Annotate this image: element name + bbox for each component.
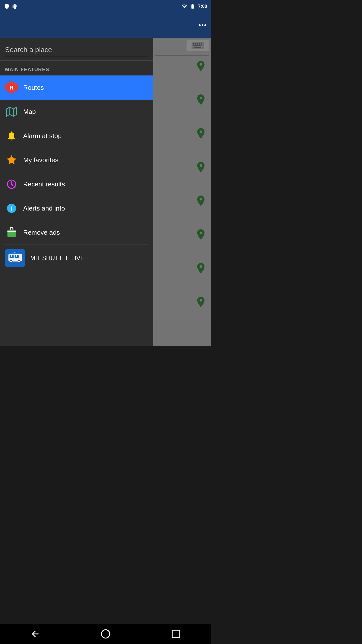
map-pin-row-6 [155,228,209,241]
svg-rect-26 [201,43,202,45]
svg-rect-27 [193,45,195,46]
map-pin-7 [195,262,207,274]
recent-results-label: Recent results [23,180,65,188]
map-pin-row-2 [155,93,209,106]
svg-rect-31 [194,47,201,48]
main-features-header: MAIN FEATURES [0,61,153,75]
svg-rect-25 [199,43,200,45]
svg-rect-29 [197,45,199,46]
routes-label: Routes [23,84,44,92]
signal-icon [182,4,187,9]
sidebar-drawer: MAIN FEATURES R Routes Map [0,38,153,346]
star-icon [5,153,18,167]
svg-rect-30 [199,45,201,46]
svg-rect-24 [197,43,198,45]
svg-marker-5 [7,155,16,164]
map-pin-1 [195,60,207,72]
remove-ads-label: Remove ads [23,229,60,236]
sidebar-item-alerts-and-info[interactable]: i Alerts and info [0,196,153,220]
my-favorites-label: My favorites [23,156,58,164]
status-bar-left [4,4,18,9]
alerts-and-info-label: Alerts and info [23,205,65,212]
map-pin-row-5 [155,194,209,207]
sidebar-item-mit-shuttle-live[interactable]: MIT MIT SHUTTLE LIVE [0,245,153,271]
sidebar-item-my-favorites[interactable]: My favorites [0,148,153,172]
map-label: Map [23,108,36,116]
sidebar-item-alarm-at-stop[interactable]: Alarm at stop [0,124,153,148]
svg-point-14 [11,255,12,257]
svg-point-19 [18,261,20,262]
map-pin-6 [195,228,207,241]
svg-text:MIT: MIT [14,252,17,254]
shuttle-icon: MIT [5,249,25,267]
sidebar-item-routes[interactable]: R Routes [0,75,153,100]
more-menu-button[interactable] [198,23,207,27]
android-icon [12,4,18,9]
map-background-panel [153,38,211,346]
svg-text:R: R [10,85,14,91]
map-pin-3 [195,127,207,140]
separator [155,55,209,56]
svg-marker-2 [7,107,17,116]
sidebar-item-remove-ads[interactable]: Remove ads [0,220,153,245]
bag-icon [5,226,18,239]
battery-icon [189,4,196,9]
svg-rect-23 [195,43,196,45]
sidebar-item-map[interactable]: Map [0,100,153,124]
map-pin-5 [195,194,207,207]
alarm-at-stop-label: Alarm at stop [23,132,62,140]
map-pin-row-8 [155,296,209,308]
svg-rect-9 [8,230,16,237]
map-pin-8 [195,296,207,308]
map-icon [5,105,18,118]
map-pin-row-7 [155,262,209,274]
svg-point-15 [16,255,17,257]
mit-shuttle-live-label: MIT SHUTTLE LIVE [30,255,84,262]
map-pin-4 [195,161,207,173]
top-bar [0,13,211,38]
map-pin-row-3 [155,127,209,140]
sidebar-item-recent-results[interactable]: Recent results [0,172,153,196]
alarm-icon [5,129,18,142]
search-container [0,38,153,61]
shield-icon [4,4,10,9]
info-icon: i [5,202,18,215]
svg-rect-28 [195,45,197,46]
routes-icon: R [5,81,18,94]
status-bar: 7:00 [0,0,211,13]
time-display: 7:00 [198,4,207,9]
status-bar-right: 7:00 [182,4,207,9]
svg-text:i: i [11,205,12,212]
map-pin-2 [195,93,207,106]
map-pin-row-4 [155,161,209,173]
clock-icon [5,178,18,191]
keyboard-icon-area [187,40,209,51]
search-input[interactable] [5,44,148,56]
map-pin-row-1 [155,60,209,72]
svg-rect-22 [193,43,194,45]
svg-point-17 [10,261,12,262]
